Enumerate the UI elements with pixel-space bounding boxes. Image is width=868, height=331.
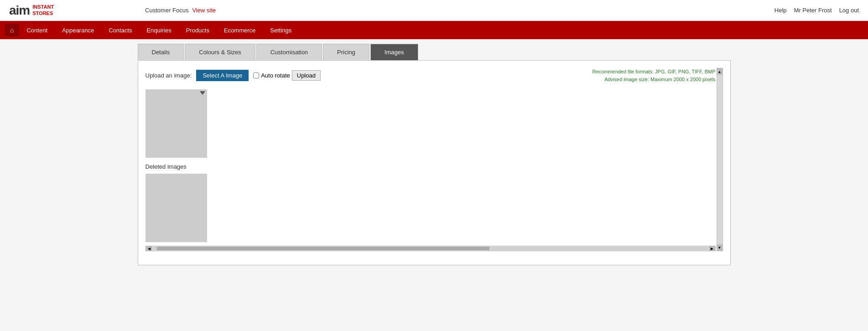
nav-item-appearance[interactable]: Appearance [55, 23, 101, 37]
scroll-up-button[interactable]: ▲ [717, 68, 723, 75]
horizontal-scrollbar[interactable]: ◀ ▶ [146, 246, 716, 251]
scroll-thumb[interactable] [157, 247, 490, 250]
top-right: Help Mr Peter Frost Log out [774, 7, 859, 14]
outer-wrapper: Details Colours & Sizes Customisation Pr… [0, 39, 868, 331]
panel-content: Upload an image: Select A Image Auto rot… [146, 68, 723, 251]
nav-item-content[interactable]: Content [19, 23, 55, 37]
view-site-link[interactable]: View site [192, 7, 216, 14]
scroll-right-button[interactable]: ▶ [709, 246, 715, 251]
content-wrapper: Details Colours & Sizes Customisation Pr… [138, 39, 731, 270]
tabs: Details Colours & Sizes Customisation Pr… [138, 44, 731, 60]
upload-button[interactable]: Upload [292, 70, 321, 81]
deleted-image-thumbnail-1[interactable] [146, 174, 207, 242]
upload-row: Upload an image: Select A Image Auto rot… [146, 68, 716, 83]
scroll-left-button[interactable]: ◀ [146, 246, 152, 251]
tab-customisation[interactable]: Customisation [256, 44, 322, 60]
logo-instant: INSTANTSTORES [32, 4, 54, 16]
logo-aim: aim [9, 3, 30, 18]
customer-focus-label: Customer Focus [145, 7, 188, 14]
customer-focus-area: Customer Focus View site [145, 7, 774, 14]
file-formats-line2: Advised image size: Maximum 2000 x 2000 … [593, 76, 716, 83]
upload-label: Upload an image: [146, 72, 192, 79]
user-link[interactable]: Mr Peter Frost [794, 7, 832, 14]
nav-bar: ⌂ Content Appearance Contacts Enquiries … [0, 21, 868, 39]
active-image-area [146, 89, 716, 158]
deleted-image-area [146, 174, 716, 242]
thumbnail-dropdown-arrow[interactable] [200, 91, 205, 95]
panel-with-scroll: Upload an image: Select A Image Auto rot… [146, 68, 723, 251]
deleted-images-label: Deleted images [146, 163, 716, 170]
tab-pricing[interactable]: Pricing [323, 44, 369, 60]
nav-item-settings[interactable]: Settings [263, 23, 299, 37]
file-formats-line1: Recommended file formats: JPG, GIF, PNG,… [593, 68, 716, 76]
main-panel: Upload an image: Select A Image Auto rot… [138, 60, 731, 265]
image-thumbnail-1[interactable] [146, 89, 207, 158]
v-scroll-track [717, 75, 722, 244]
top-bar: aim INSTANTSTORES Customer Focus View si… [0, 0, 868, 21]
home-button[interactable]: ⌂ [5, 24, 19, 36]
nav-item-ecommerce[interactable]: Ecommerce [217, 23, 263, 37]
vertical-scrollbar[interactable]: ▲ ▼ [717, 68, 723, 251]
help-link[interactable]: Help [774, 7, 787, 14]
nav-item-contacts[interactable]: Contacts [101, 23, 139, 37]
logo-area: aim INSTANTSTORES [9, 3, 54, 18]
tab-colours-sizes[interactable]: Colours & Sizes [185, 44, 255, 60]
auto-rotate-area: Auto rotate Upload [253, 70, 321, 81]
logout-link[interactable]: Log out [839, 7, 859, 14]
scroll-down-button[interactable]: ▼ [717, 244, 723, 251]
nav-item-products[interactable]: Products [179, 23, 217, 37]
scroll-track [153, 247, 708, 250]
nav-item-enquiries[interactable]: Enquiries [139, 23, 178, 37]
tab-images[interactable]: Images [370, 44, 418, 60]
select-image-button[interactable]: Select A Image [196, 70, 249, 81]
auto-rotate-label: Auto rotate [261, 72, 290, 79]
tab-details[interactable]: Details [138, 44, 184, 60]
file-formats: Recommended file formats: JPG, GIF, PNG,… [593, 68, 716, 83]
auto-rotate-checkbox[interactable] [253, 72, 259, 78]
